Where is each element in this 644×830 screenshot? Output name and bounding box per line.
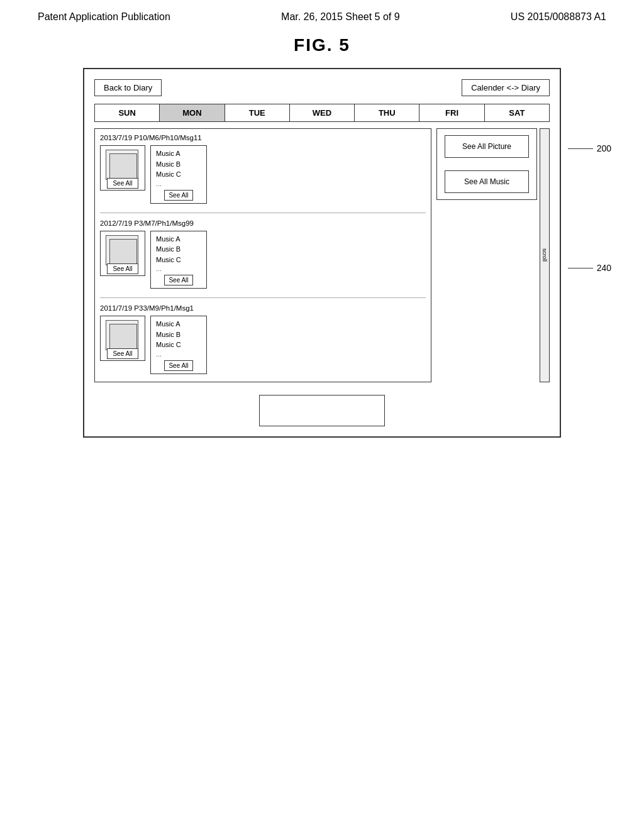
entry-2-see-all-music-button[interactable]: See All (164, 275, 192, 285)
toolbar-row: Back to Diary Calender <-> Diary (94, 79, 550, 96)
entry-2-music-dots: ... (156, 265, 201, 272)
entry-3-music-box: Music A Music B Music C ... See All (150, 316, 207, 374)
entry-3-header: 2011/7/19 P33/M9/Ph1/Msg1 (100, 304, 426, 312)
ref-240-label: 240 (568, 263, 611, 273)
entry-2-body: See All Music A Music B Music C ... See … (100, 231, 426, 289)
entry-3-photo-box: See All (100, 316, 145, 361)
divider-1 (100, 213, 426, 213)
day-sun[interactable]: SUN (95, 104, 160, 121)
entry-3-music-c: Music C (156, 340, 201, 350)
entry-2-header: 2012/7/19 P3/M7/Ph1/Msg99 (100, 219, 426, 227)
entry-2-photo-box: See All (100, 231, 145, 276)
entry-1-music-dots: ... (156, 180, 201, 187)
entry-3-music-b: Music B (156, 329, 201, 340)
see-all-music-button[interactable]: See All Music (445, 170, 529, 193)
scroll-bar[interactable]: scroll (540, 128, 550, 382)
entry-3-music-dots: ... (156, 350, 201, 358)
entry-1-music-b: Music B (156, 159, 201, 170)
entry-2-photo-icon-small (109, 239, 137, 264)
day-row: SUN MON TUE WED THU FRI SAT (94, 104, 550, 122)
content-area: 2013/7/19 P10/M6/Ph10/Msg11 See All Musi… (94, 128, 550, 382)
entry-1-body: See All Music A Music B Music C ... See … (100, 145, 426, 204)
entry-2-music-b: Music B (156, 244, 201, 255)
entry-2-music-box: Music A Music B Music C ... See All (150, 231, 207, 289)
entry-3-see-all-music-button[interactable]: See All (164, 360, 192, 371)
diary-list: 2013/7/19 P10/M6/Ph10/Msg11 See All Musi… (94, 128, 431, 382)
day-sat[interactable]: SAT (485, 104, 549, 121)
entry-3-body: See All Music A Music B Music C ... See … (100, 316, 426, 374)
day-thu[interactable]: THU (355, 104, 419, 121)
entry-3-music-a: Music A (156, 319, 201, 329)
diary-entry-2: 2012/7/19 P3/M7/Ph1/Msg99 See All Music … (100, 219, 426, 289)
entry-1-see-all-music-button[interactable]: See All (164, 190, 192, 201)
see-all-picture-button[interactable]: See All Picture (445, 135, 529, 158)
entry-1-see-all-photo-button[interactable]: See All (107, 178, 138, 189)
header-left: Patent Application Publication (38, 11, 170, 23)
bottom-box (259, 395, 385, 426)
entry-2-music-c: Music C (156, 255, 201, 265)
entry-1-photo-box: See All (100, 145, 145, 191)
entry-1-music-a: Music A (156, 148, 201, 159)
entry-3-photo-icon-small (109, 324, 137, 349)
divider-2 (100, 297, 426, 298)
calendar-diary-button[interactable]: Calender <-> Diary (462, 79, 550, 96)
header-right: US 2015/0088873 A1 (511, 11, 606, 23)
scroll-label: scroll (541, 248, 548, 262)
day-fri[interactable]: FRI (419, 104, 484, 121)
header-center: Mar. 26, 2015 Sheet 5 of 9 (281, 11, 400, 23)
page-header: Patent Application Publication Mar. 26, … (0, 0, 644, 29)
entry-1-music-box: Music A Music B Music C ... See All (150, 145, 207, 204)
back-to-diary-button[interactable]: Back to Diary (94, 79, 162, 96)
main-diagram-box: Back to Diary Calender <-> Diary SUN MON… (83, 68, 561, 438)
entry-3-see-all-photo-button[interactable]: See All (107, 348, 138, 359)
entry-1-music-c: Music C (156, 169, 201, 180)
ref-200-label: 200 (568, 143, 611, 153)
day-mon[interactable]: MON (160, 104, 225, 121)
day-tue[interactable]: TUE (225, 104, 290, 121)
entry-1-photo-icon-small (109, 153, 137, 179)
entry-2-see-all-photo-button[interactable]: See All (107, 263, 138, 274)
diary-entry-3: 2011/7/19 P33/M9/Ph1/Msg1 See All Music … (100, 304, 426, 374)
entry-2-music-a: Music A (156, 234, 201, 245)
day-wed[interactable]: WED (290, 104, 355, 121)
diagram-outer: 200 240 Back to Diary Calender <-> Diary… (83, 68, 561, 438)
fig-title: FIG. 5 (0, 35, 644, 55)
diary-entry-1: 2013/7/19 P10/M6/Ph10/Msg11 See All Musi… (100, 134, 426, 204)
popup-panel: See All Picture See All Music (436, 128, 537, 200)
entry-1-header: 2013/7/19 P10/M6/Ph10/Msg11 (100, 134, 426, 141)
